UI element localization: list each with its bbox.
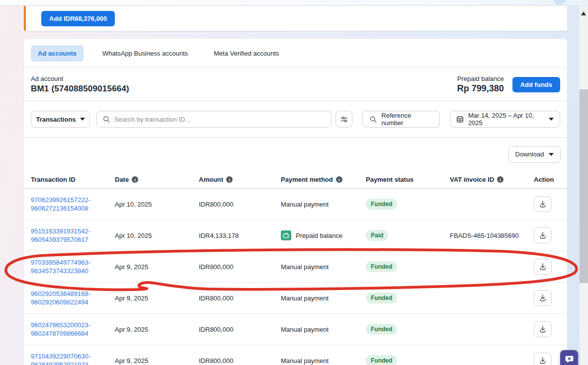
chevron-down-icon [549,153,554,156]
tab-ad-accounts[interactable]: Ad accounts [31,45,84,62]
chevron-down-icon [80,118,85,121]
info-icon[interactable]: i [336,176,342,183]
table-header-row: Transaction ID Datei Amounti Payment met… [24,171,567,189]
prepaid-balance-label: Prepaid balance [457,75,504,82]
date-cell: Apr 9, 2025 [115,263,199,271]
payment-method-cell: Manual payment [281,263,329,271]
calendar-icon [456,115,464,123]
date-cell: Apr 9, 2025 [115,357,199,365]
date-range-picker[interactable]: Mar 14, 2025 – Apr 10, 2025 [450,111,560,128]
col-amount: Amount [199,176,223,183]
search-icon [103,116,110,123]
payment-method-cell: Manual payment [281,201,329,208]
info-icon[interactable]: i [226,176,233,183]
reference-number-search[interactable]: Reference number [362,111,440,128]
payment-method-cell: Manual payment [281,326,329,333]
table-row: 9602920536489168-9602920609822494 Apr 9,… [24,283,567,314]
account-type-label: Ad account [31,75,129,82]
date-range-label: Mar 14, 2025 – Apr 10, 2025 [468,112,544,127]
status-badge: Funded [366,292,397,303]
sliders-icon [340,115,348,124]
transaction-id-link[interactable]: 9710439229070630-9628492952921923 [31,352,90,365]
amount-cell: IDR800,000 [199,326,281,333]
download-dropdown-button[interactable]: Download [508,146,561,163]
amount-cell: IDR800,000 [199,263,281,271]
payment-method-cell: Prepaid balance [296,232,342,239]
amount-cell: IDR4,133,178 [199,232,281,239]
download-icon [539,263,547,271]
col-date: Date [115,176,129,183]
billing-payments-page: Add IDR68,376,000 Ad accounts WhatsApp B… [0,0,588,365]
transaction-id-link[interactable]: 9602920536489168-9602920609822494 [31,290,90,306]
table-row: 9515163391931542-9605439379570617 Apr 10… [24,220,567,251]
download-invoice-button[interactable] [534,353,552,365]
account-header: Ad account BM1 (574088509015664) Prepaid… [24,68,567,101]
scrollbar-up-arrow[interactable] [581,11,586,15]
download-invoice-button[interactable] [534,321,552,337]
col-action: Action [534,176,554,183]
status-badge: Funded [366,261,397,272]
status-badge: Funded [366,324,397,335]
download-icon [539,357,547,365]
download-icon [539,200,547,208]
download-icon [539,325,547,333]
download-invoice-button[interactable] [534,196,552,212]
date-cell: Apr 9, 2025 [115,326,199,333]
transaction-id-link[interactable]: 9515163391931542-9605439379570617 [31,227,90,244]
date-cell: Apr 9, 2025 [115,294,199,302]
table-row: 9706239926157222-9606272136154008 Apr 10… [24,189,567,220]
col-payment-status: Payment status [366,176,414,183]
download-icon [539,231,547,239]
download-invoice-button[interactable] [534,227,552,243]
pending-amount-card: Add IDR68,376,000 [24,6,567,31]
tab-meta-verified-accounts[interactable]: Meta Verified accounts [207,45,286,62]
prepaid-balance-value: Rp 799,380 [457,83,504,94]
account-type-tabs: Ad accounts WhatsApp Business accounts M… [24,39,567,68]
account-name: BM1 (574088509015664) [31,84,129,94]
date-cell: Apr 10, 2025 [115,232,199,239]
vat-invoice-cell: FBADS-465-104385690 [450,232,534,239]
info-icon[interactable]: i [497,176,504,183]
chat-bubble-star-icon [565,355,574,364]
filter-settings-button[interactable] [336,111,352,128]
scrollbar-thumb[interactable] [580,89,588,283]
table-row: 9602478653200023-9602478709866684 Apr 9,… [24,314,567,345]
add-amount-button[interactable]: Add IDR68,376,000 [41,11,115,26]
col-payment-method: Payment method [281,176,333,183]
status-badge: Funded [366,199,397,210]
add-funds-button[interactable]: Add funds [512,77,560,92]
support-chat-button[interactable] [560,350,578,365]
filter-toolbar: Transactions Search by transaction ID... [24,101,567,138]
accounts-card: Ad accounts WhatsApp Business accounts M… [24,39,567,365]
top-navigation-band [0,0,588,5]
tab-whatsapp-business-accounts[interactable]: WhatsApp Business accounts [95,45,195,62]
table-row-circled: 9703395849774963-9634573743323840 Apr 9,… [24,251,567,283]
chevron-down-icon [549,118,554,121]
vertical-scrollbar[interactable] [580,5,588,365]
table-row: 9710439229070630-9628492952921923 Apr 9,… [24,345,567,365]
transaction-id-link[interactable]: 9703395849774963-9634573743323840 [31,258,90,275]
amount-cell: IDR800,000 [199,201,281,208]
amount-cell: IDR800,000 [199,357,281,365]
payment-method-cell: Manual payment [281,294,329,302]
amount-cell: IDR800,000 [199,294,281,302]
status-badge: Funded [366,355,397,365]
download-invoice-button[interactable] [534,290,552,306]
search-icon [370,116,377,123]
info-icon[interactable]: i [132,176,138,183]
transaction-id-link[interactable]: 9602478653200023-9602478709866684 [31,321,90,338]
download-invoice-button[interactable] [534,259,552,275]
status-badge: Paid [366,230,388,241]
transaction-search-input[interactable]: Search by transaction ID... [96,111,332,128]
date-cell: Apr 10, 2025 [115,201,199,208]
prepaid-wallet-icon [281,230,291,240]
col-vat-invoice-id: VAT invoice ID [450,176,494,183]
transaction-id-link[interactable]: 9706239926157222-9606272136154008 [31,196,90,213]
transactions-type-dropdown[interactable]: Transactions [31,111,90,128]
table-actions-row: Download [24,138,567,171]
download-icon [539,294,547,302]
payment-method-cell: Manual payment [281,357,329,365]
search-placeholder: Search by transaction ID... [114,116,190,123]
col-transaction-id: Transaction ID [31,176,76,183]
